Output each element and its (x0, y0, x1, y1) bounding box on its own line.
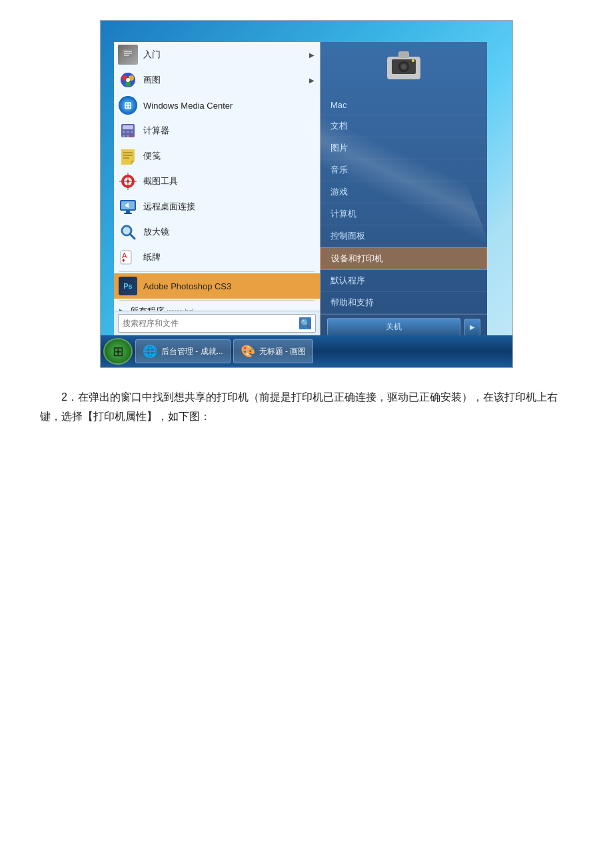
svg-point-8 (126, 78, 130, 82)
taskbar: ⊞ 🌐 后台管理 - 成就... 🎨 无标题 - 画图 (101, 335, 512, 367)
svg-point-40 (400, 63, 408, 71)
paint-arrow: ▶ (309, 77, 314, 84)
paint-taskbar-icon: 🎨 (241, 344, 255, 359)
rdp-label: 远程桌面连接 (143, 201, 195, 213)
printer-icon-large (384, 45, 424, 93)
notes-icon (118, 146, 138, 166)
paint-label: 画图 (143, 74, 161, 86)
magnifier-icon (118, 222, 138, 242)
menu-item-wmc[interactable]: ⊞ Windows Media Center (114, 93, 320, 118)
right-item-mac[interactable]: Mac (320, 95, 487, 115)
menu-divider-2 (119, 300, 314, 301)
calc-icon (118, 121, 138, 141)
menu-item-magnifier[interactable]: 放大镜 (114, 219, 320, 245)
page-content: 入门 ▶ 画图 ▶ (0, 0, 613, 447)
taskbar-item-paint[interactable]: 🎨 无标题 - 画图 (233, 339, 314, 363)
snip-icon (118, 171, 138, 191)
wmc-label: Windows Media Center (143, 101, 233, 111)
left-panel-top: 入门 ▶ 画图 ▶ (114, 42, 320, 311)
left-panel: 入门 ▶ 画图 ▶ (114, 42, 320, 335)
right-item-documents[interactable]: 文档 (320, 115, 487, 137)
desktop: 入门 ▶ 画图 ▶ (101, 21, 512, 367)
menu-item-photoshop[interactable]: Ps Adobe Photoshop CS3 (114, 273, 320, 299)
ps-icon: Ps (118, 276, 138, 296)
notes-label: 便笺 (143, 150, 161, 162)
search-bar[interactable]: 🔍 (118, 314, 316, 333)
calc-label: 计算器 (143, 125, 169, 137)
photoshop-label: Adobe Photoshop CS3 (143, 281, 231, 291)
right-panel: Mac 文档 图片 音乐 游戏 计算机 (320, 42, 487, 335)
getting-started-icon (118, 45, 138, 65)
paint-icon (118, 70, 138, 90)
right-item-control-panel[interactable]: 控制面板 (320, 225, 487, 247)
shutdown-arrow-button[interactable]: ▶ (464, 319, 480, 336)
start-menu: 入门 ▶ 画图 ▶ (114, 42, 487, 335)
snipping-label: 截图工具 (143, 175, 178, 187)
svg-point-39 (398, 61, 409, 72)
screenshot-container: 入门 ▶ 画图 ▶ (100, 20, 513, 368)
svg-rect-13 (131, 131, 133, 133)
svg-rect-10 (123, 125, 133, 129)
menu-item-calculator[interactable]: 计算器 (114, 118, 320, 143)
svg-point-41 (401, 64, 406, 69)
svg-point-43 (412, 59, 414, 62)
search-input[interactable] (123, 319, 299, 328)
ie-icon: 🌐 (143, 344, 157, 359)
svg-point-32 (123, 227, 130, 234)
svg-rect-15 (127, 135, 129, 137)
right-item-help[interactable]: 帮助和支持 (320, 292, 487, 314)
getting-started-arrow: ▶ (309, 51, 314, 59)
menu-divider (119, 271, 314, 272)
solitaire-label: 纸牌 (143, 251, 161, 263)
search-button[interactable]: 🔍 (299, 317, 311, 329)
menu-item-solitaire[interactable]: A♦ 纸牌 (114, 245, 320, 270)
svg-rect-11 (123, 131, 125, 133)
svg-rect-12 (127, 131, 129, 133)
rdp-icon (118, 197, 138, 217)
left-panel-search-area: 🔍 (114, 311, 320, 335)
wmc-icon: ⊞ (118, 95, 138, 115)
right-item-computer[interactable]: 计算机 (320, 203, 487, 225)
svg-rect-42 (398, 51, 409, 58)
solitaire-icon: A♦ (118, 247, 138, 267)
menu-item-notes[interactable]: 便笺 (114, 143, 320, 169)
menu-item-getting-started[interactable]: 入门 ▶ (114, 42, 320, 67)
right-item-devices-printers[interactable]: 设备和打印机 (320, 247, 487, 270)
menu-item-paint[interactable]: 画图 ▶ (114, 67, 320, 93)
svg-marker-18 (131, 161, 135, 165)
svg-line-33 (130, 234, 135, 239)
right-panel-header (320, 42, 487, 95)
svg-rect-14 (123, 135, 125, 137)
paragraph-text: 2．在弹出的窗口中找到想共享的打印机（前提是打印机已正确连接，驱动已正确安装），… (40, 388, 573, 427)
right-item-music[interactable]: 音乐 (320, 159, 487, 181)
svg-point-7 (125, 81, 131, 87)
all-programs-label: 所有程序 (130, 305, 165, 311)
menu-item-rdp[interactable]: 远程桌面连接 (114, 194, 320, 219)
right-item-default-programs[interactable]: 默认程序 (320, 270, 487, 292)
svg-rect-30 (124, 213, 132, 214)
magnifier-label: 放大镜 (143, 226, 169, 238)
menu-item-snipping[interactable]: 截图工具 (114, 169, 320, 194)
taskbar-paint-label: 无标题 - 画图 (259, 346, 306, 357)
shutdown-button[interactable]: 关机 (327, 318, 460, 336)
right-item-pictures[interactable]: 图片 (320, 137, 487, 159)
taskbar-item-backend[interactable]: 🌐 后台管理 - 成就... (135, 339, 231, 363)
getting-started-label: 入门 (143, 49, 161, 61)
svg-text:♦: ♦ (122, 257, 125, 263)
right-item-games[interactable]: 游戏 (320, 181, 487, 203)
svg-rect-29 (126, 211, 130, 213)
taskbar-backend-label: 后台管理 - 成就... (161, 346, 223, 357)
svg-rect-16 (131, 135, 133, 137)
all-programs-row[interactable]: ▶ 所有程序 www.bd (114, 302, 320, 311)
start-button[interactable]: ⊞ (103, 338, 133, 365)
